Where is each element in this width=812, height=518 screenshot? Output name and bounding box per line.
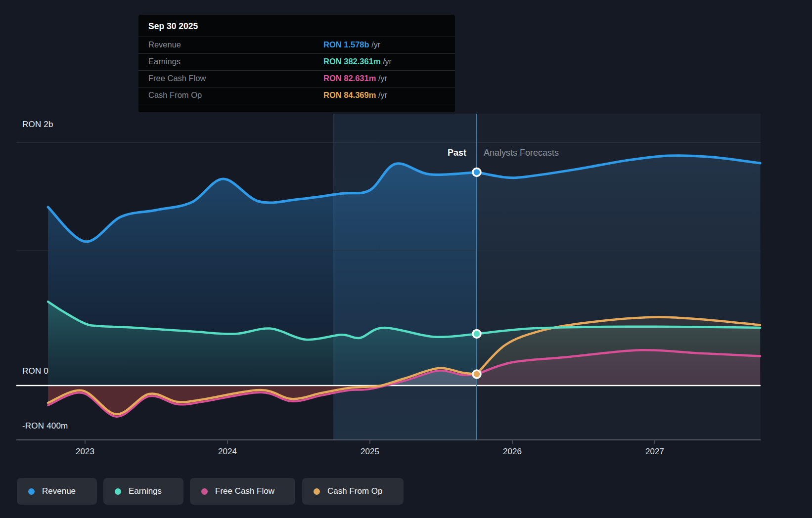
analysts-forecasts-section-label: Analysts Forecasts <box>484 148 559 158</box>
tooltip-row-revenue: Revenue RON 1.578b /yr <box>138 37 455 53</box>
tooltip-label: Free Cash Flow <box>148 74 206 83</box>
legend-item-revenue[interactable]: Revenue <box>17 478 97 505</box>
x-tick-2023: 2023 <box>63 447 107 457</box>
tooltip-label: Revenue <box>148 40 181 49</box>
tooltip-value: RON 82.631m /yr <box>323 74 387 83</box>
x-tick-2024: 2024 <box>205 447 250 457</box>
legend-label: Earnings <box>129 486 162 496</box>
legend-item-cash-from-op[interactable]: Cash From Op <box>302 478 404 505</box>
tooltip-value: RON 84.369m /yr <box>323 90 387 100</box>
legend-label: Cash From Op <box>327 486 382 496</box>
x-tick-2026: 2026 <box>490 447 535 457</box>
legend-label: Revenue <box>42 486 76 496</box>
y-axis-label-neg400m: -RON 400m <box>22 421 68 431</box>
x-tick-2027: 2027 <box>632 447 677 457</box>
legend-item-earnings[interactable]: Earnings <box>103 478 183 505</box>
legend-label: Free Cash Flow <box>215 486 274 496</box>
tooltip-label: Earnings <box>148 57 180 66</box>
past-section-label: Past <box>448 148 466 158</box>
earnings-dot-icon <box>115 488 121 495</box>
chart-legend: Revenue Earnings Free Cash Flow Cash Fro… <box>0 478 812 508</box>
earnings-revenue-chart-panel: RON 2b RON 0 -RON 400m 2023 2024 2025 20… <box>0 0 812 518</box>
tooltip-value: RON 1.578b /yr <box>323 40 380 49</box>
y-axis-label-zero: RON 0 <box>22 366 48 376</box>
chart-tooltip: Sep 30 2025 Revenue RON 1.578b /yr Earni… <box>138 15 455 112</box>
free-cash-flow-dot-icon <box>201 488 208 495</box>
revenue-dot-icon <box>28 488 35 495</box>
legend-item-free-cash-flow[interactable]: Free Cash Flow <box>190 478 295 505</box>
tooltip-row-free-cash-flow: Free Cash Flow RON 82.631m /yr <box>138 70 455 87</box>
tooltip-row-cash-from-op: Cash From Op RON 84.369m /yr <box>138 87 455 104</box>
tooltip-row-earnings: Earnings RON 382.361m /yr <box>138 53 455 70</box>
x-tick-2025: 2025 <box>348 447 392 457</box>
tooltip-value: RON 382.361m /yr <box>323 57 392 66</box>
cash-from-op-dot-icon <box>314 488 320 495</box>
y-axis-label-2b: RON 2b <box>22 120 53 130</box>
tooltip-date: Sep 30 2025 <box>138 21 455 37</box>
tooltip-label: Cash From Op <box>148 90 202 100</box>
